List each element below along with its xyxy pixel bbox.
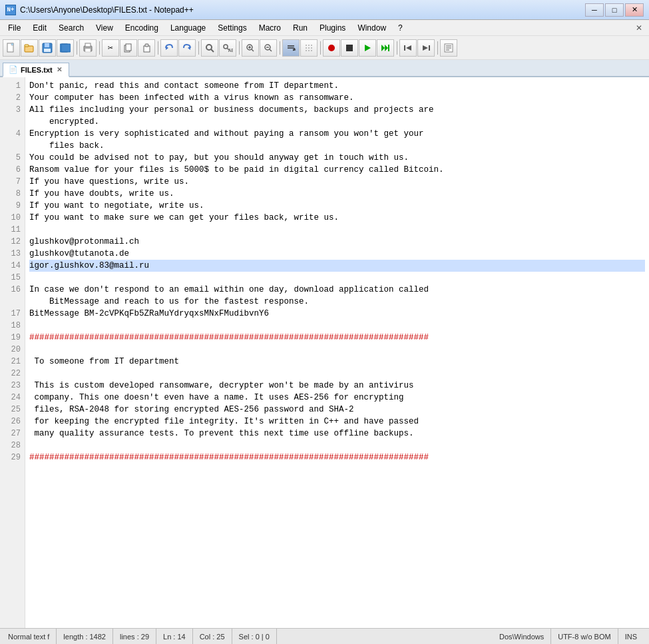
tb-paste[interactable] (138, 39, 155, 57)
line-number: 18 (0, 320, 25, 332)
svg-marker-16 (166, 46, 168, 50)
tb-find[interactable] (201, 39, 218, 57)
code-line: This is custom developed ransomware, dec… (29, 380, 645, 392)
line-number: 12 (0, 236, 25, 248)
tb-print[interactable] (79, 39, 97, 57)
tb-open[interactable] (21, 39, 38, 57)
tb-stop-macro[interactable] (341, 39, 358, 57)
code-line: Ransom value for your files is 5000$ to … (29, 164, 645, 176)
code-line: ########################################… (29, 452, 645, 464)
menu-settings[interactable]: Settings (212, 21, 252, 35)
tb-save[interactable] (39, 39, 56, 57)
tb-indent-guide[interactable] (300, 39, 318, 57)
toolbar-sep-9 (435, 39, 439, 57)
tb-doc-list[interactable] (440, 39, 457, 57)
status-lines: lines : 29 (113, 629, 156, 644)
tab-files-txt[interactable]: 📄 FILES.txt ✕ (3, 63, 69, 77)
menu-language[interactable]: Language (165, 21, 211, 35)
line-number (0, 140, 25, 152)
code-line: BitMessage and reach to us for the faste… (29, 296, 645, 308)
line-number: 29 (0, 452, 25, 464)
line-number: 5 (0, 152, 25, 164)
menu-run[interactable]: Run (288, 21, 313, 35)
editor-content[interactable]: Don't panic, read this and contact someo… (25, 77, 649, 628)
minimize-button[interactable]: ─ (585, 3, 604, 17)
svg-point-20 (224, 45, 228, 49)
tb-undo[interactable] (160, 39, 178, 57)
tb-zoom-out[interactable] (260, 39, 277, 57)
code-line: All files including your personal or bus… (29, 104, 645, 116)
toolbar-sep-3 (156, 39, 160, 57)
code-line: You could be advised not to pay, but you… (29, 152, 645, 164)
code-line: glushkov@tutanota.de (29, 248, 645, 260)
code-line: many quality assurance tests. To prevent… (29, 428, 645, 440)
line-number: 15 (0, 272, 25, 284)
tb-run-macro[interactable] (377, 39, 394, 57)
status-encoding: UTF-8 w/o BOM (551, 629, 618, 644)
code-line: To someone from IT department (29, 356, 645, 368)
code-line (29, 320, 645, 332)
code-line (29, 272, 645, 284)
code-line (29, 440, 645, 452)
menu-help[interactable]: ? (393, 21, 408, 35)
tb-copy[interactable] (120, 39, 137, 57)
line-number: 22 (0, 368, 25, 380)
line-number: 14 (0, 260, 25, 272)
svg-rect-15 (145, 44, 148, 47)
status-eol: Dos\Windows (493, 629, 551, 644)
menu-search[interactable]: Search (53, 21, 89, 35)
menu-macro[interactable]: Macro (254, 21, 286, 35)
tb-wrap[interactable] (282, 39, 300, 57)
toolbar: ✂ AB (0, 36, 649, 60)
window-title: C:\Users\Anyone\Desktop\FILES.txt - Note… (20, 5, 194, 15)
line-number: 3 (0, 104, 25, 116)
line-number: 26 (0, 416, 25, 428)
tb-next-doc[interactable] (417, 39, 435, 57)
close-button[interactable]: ✕ (625, 3, 644, 17)
line-number: 25 (0, 404, 25, 416)
menu-plugins[interactable]: Plugins (314, 21, 351, 35)
tb-prev-doc[interactable] (399, 39, 417, 57)
code-line (29, 224, 645, 236)
menu-file[interactable]: File (3, 21, 26, 35)
svg-rect-37 (346, 45, 353, 51)
editor-container: 1234567891011121314151617181920212223242… (0, 77, 649, 628)
toolbar-sep-7 (318, 39, 322, 57)
maximize-button[interactable]: □ (605, 3, 624, 17)
tb-redo[interactable] (178, 39, 196, 57)
tb-zoom-in[interactable] (242, 39, 259, 57)
window-controls: ─ □ ✕ (585, 3, 644, 17)
menu-encoding[interactable]: Encoding (120, 21, 164, 35)
tb-record-macro[interactable] (323, 39, 340, 57)
tb-cut[interactable]: ✂ (102, 39, 119, 57)
line-number: 24 (0, 392, 25, 404)
toolbar-sep-8 (395, 39, 399, 57)
code-line: Encryption is very sophisticated and wit… (29, 128, 645, 140)
svg-point-36 (328, 45, 335, 51)
code-line: files back. (29, 140, 645, 152)
svg-marker-40 (385, 45, 388, 51)
tb-save-all[interactable] (57, 39, 74, 57)
tb-play-macro[interactable] (359, 39, 376, 57)
menu-close-x[interactable]: ✕ (632, 22, 646, 34)
line-number: 27 (0, 428, 25, 440)
tb-new[interactable] (3, 39, 20, 57)
toolbar-sep-2 (97, 39, 101, 57)
line-number: 9 (0, 200, 25, 212)
menu-view[interactable]: View (91, 21, 118, 35)
tb-replace[interactable]: AB (219, 39, 236, 57)
menu-window[interactable]: Window (352, 21, 391, 35)
app-icon: N+ (5, 5, 16, 15)
code-line: Don't panic, read this and contact someo… (29, 80, 645, 92)
line-number: 17 (0, 308, 25, 320)
line-number (0, 296, 25, 308)
menu-edit[interactable]: Edit (27, 21, 52, 35)
code-line: company. This one doesn't even have a na… (29, 392, 645, 404)
tab-close-button[interactable]: ✕ (55, 66, 63, 74)
code-line: If you want to make sure we can get your… (29, 212, 645, 224)
line-number: 21 (0, 356, 25, 368)
toolbar-sep-5 (237, 39, 241, 57)
svg-rect-13 (126, 44, 131, 51)
svg-rect-8 (61, 44, 71, 52)
line-number: 6 (0, 164, 25, 176)
